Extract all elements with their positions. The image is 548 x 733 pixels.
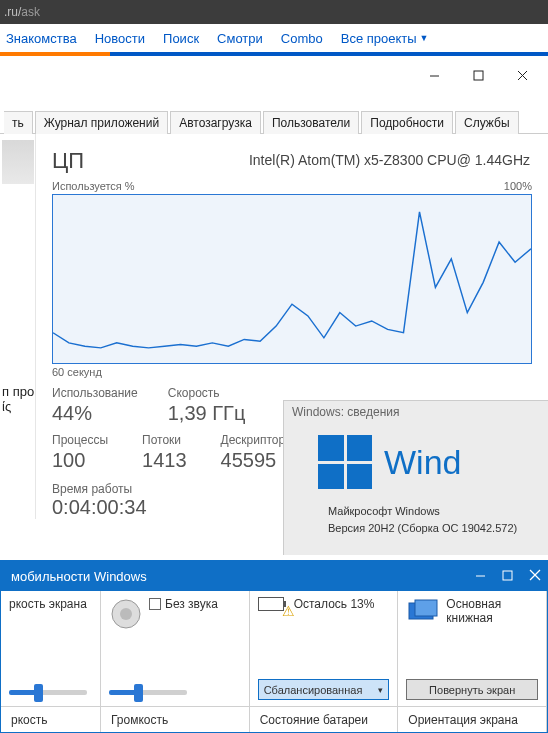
rotate-screen-button[interactable]: Повернуть экран [406, 679, 538, 700]
windows-logo-icon [318, 435, 372, 489]
battery-status: Осталось 13% [294, 597, 375, 611]
winver-line: Версия 20H2 (Сборка ОС 19042.572) [328, 520, 548, 537]
mute-checkbox[interactable] [149, 598, 161, 610]
svg-rect-5 [503, 571, 512, 580]
stat-label: Использование [52, 386, 138, 400]
tile-brightness: ркость экрана [1, 591, 101, 706]
nav-link[interactable]: Новости [95, 31, 145, 46]
foot-label: ркость [1, 706, 101, 732]
tile-battery: ⚠ Осталось 13% Сбалансированная▾ [250, 591, 399, 706]
stat-value: 1,39 ГГц [168, 402, 246, 425]
tab-services[interactable]: Службы [455, 111, 518, 134]
nav-link[interactable]: Поиск [163, 31, 199, 46]
tab-users[interactable]: Пользователи [263, 111, 359, 134]
tab-details[interactable]: Подробности [361, 111, 453, 134]
tab-app-history[interactable]: Журнал приложений [35, 111, 168, 134]
battery-icon [258, 597, 284, 611]
graph-x-label: 60 секунд [52, 366, 532, 378]
volume-slider[interactable] [109, 690, 187, 700]
browser-nav: Знакомства Новости Поиск Смотри Combo Вс… [0, 24, 548, 52]
tab-startup[interactable]: Автозагрузка [170, 111, 261, 134]
nav-link[interactable]: Смотри [217, 31, 263, 46]
cpu-usage-graph [52, 194, 532, 364]
winver-window: Windows: сведения Wind Майкрософт Window… [283, 400, 548, 555]
graph-y-label: Используется % [52, 180, 135, 192]
maximize-button[interactable] [456, 61, 500, 89]
url-host: .ru/ [4, 5, 21, 19]
stat-label: Потоки [142, 433, 187, 447]
close-button[interactable] [500, 61, 544, 89]
chevron-down-icon: ▼ [420, 33, 429, 43]
brightness-slider[interactable] [9, 690, 87, 700]
browser-chrome: .ru/ask Знакомства Новости Поиск Смотри … [0, 0, 548, 52]
taskmgr-tabs: ть Журнал приложений Автозагрузка Пользо… [0, 110, 548, 134]
svg-rect-11 [415, 600, 437, 616]
sidebar-cpu-thumb[interactable] [2, 140, 34, 184]
foot-label: Громкость [101, 706, 250, 732]
winver-title: Windows: сведения [284, 401, 548, 423]
warning-icon: ⚠ [282, 603, 295, 619]
nav-link[interactable]: Знакомства [6, 31, 77, 46]
orientation-label: Основная книжная [446, 597, 501, 625]
nav-link[interactable]: Combo [281, 31, 323, 46]
tile-volume: Без звука [101, 591, 250, 706]
close-button[interactable] [529, 569, 541, 584]
foot-label: Ориентация экрана [398, 706, 547, 732]
stat-label: Процессы [52, 433, 108, 447]
mobility-titlebar: мобильности Windows [1, 561, 547, 591]
svg-rect-1 [474, 71, 483, 80]
mobility-center-window: мобильности Windows ркость экрана Без зв… [0, 560, 548, 733]
foot-label: Состояние батареи [250, 706, 399, 732]
tile-label: ркость экрана [9, 597, 87, 611]
stat-value: 1413 [142, 449, 187, 472]
stat-label: Скорость [168, 386, 246, 400]
nav-link[interactable]: Все проекты▼ [341, 31, 429, 46]
graph-y-max: 100% [504, 180, 532, 192]
chevron-down-icon: ▾ [378, 685, 383, 695]
windows-wordmark: Wind [384, 443, 461, 482]
tab-performance[interactable]: ть [4, 111, 33, 134]
monitor-icon [406, 597, 440, 631]
maximize-button[interactable] [502, 569, 513, 584]
address-bar[interactable]: .ru/ask [0, 0, 548, 24]
mobility-title: мобильности Windows [11, 569, 147, 584]
stat-value: 100 [52, 449, 108, 472]
cpu-model: Intel(R) Atom(TM) x5-Z8300 CPU@ 1.44GHz [249, 152, 530, 168]
minimize-button[interactable] [475, 569, 486, 584]
window-titlebar [0, 60, 548, 90]
accent-bar [0, 52, 548, 56]
url-path: ask [21, 5, 40, 19]
sidebar-cut-label: п проίς [2, 384, 35, 414]
mute-label: Без звука [165, 597, 218, 611]
tile-orientation: Основная книжная Повернуть экран [398, 591, 547, 706]
winver-line: Майкрософт Windows [328, 503, 548, 520]
svg-point-9 [120, 608, 132, 620]
speaker-icon [109, 597, 143, 631]
power-plan-combo[interactable]: Сбалансированная▾ [258, 679, 390, 700]
stat-value: 44% [52, 402, 138, 425]
minimize-button[interactable] [412, 61, 456, 89]
perf-sidebar: п проίς [0, 134, 36, 519]
